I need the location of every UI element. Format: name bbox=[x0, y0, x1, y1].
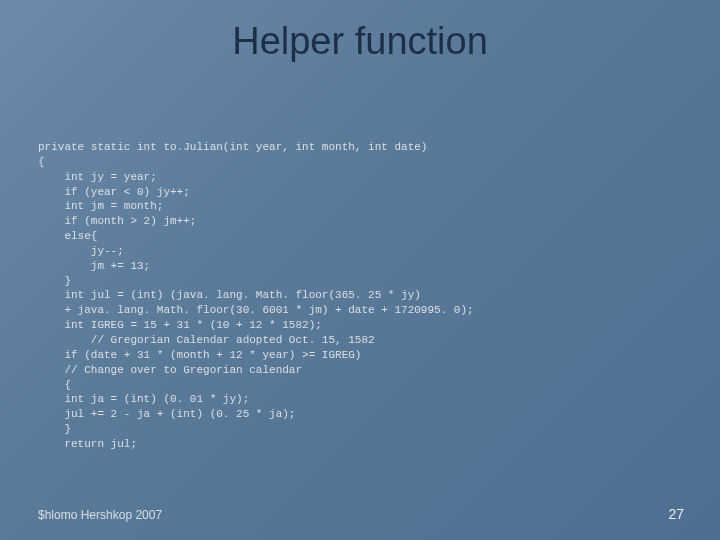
slide: Helper function private static int to.Ju… bbox=[0, 0, 720, 540]
slide-title: Helper function bbox=[0, 20, 720, 63]
code-block: private static int to.Julian(int year, i… bbox=[38, 140, 682, 452]
slide-number: 27 bbox=[668, 506, 684, 522]
footer-author: $hlomo Hershkop 2007 bbox=[38, 508, 162, 522]
